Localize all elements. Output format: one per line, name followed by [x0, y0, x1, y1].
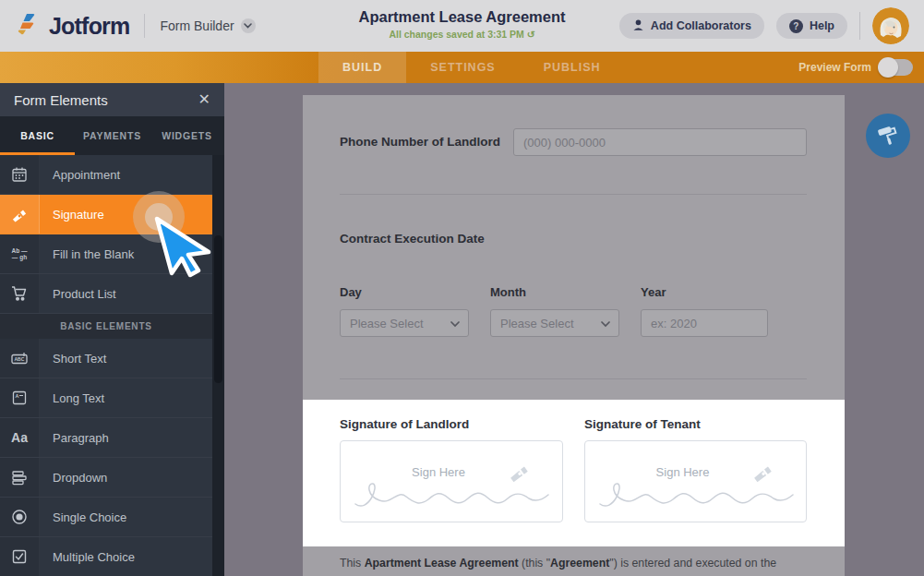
svg-text:A: A	[16, 393, 19, 399]
cart-icon	[0, 274, 40, 313]
header-divider	[144, 14, 145, 38]
signature-tenant-label: Signature of Tenant	[584, 417, 701, 431]
element-paragraph[interactable]: Aa Paragraph	[0, 418, 212, 458]
header-divider-2	[859, 12, 860, 40]
builder-canvas: Phone Number of Landlord Contract Execut…	[0, 83, 924, 576]
dropdown-icon	[0, 458, 40, 497]
tab-widgets[interactable]: WIDGETS	[150, 116, 224, 155]
form-preview-card: Phone Number of Landlord Contract Execut…	[303, 95, 845, 576]
basic-elements-section-header: BASIC ELEMENTS	[0, 314, 212, 339]
select-chevron-icon	[601, 321, 610, 328]
long-text-icon: A	[0, 378, 40, 417]
fill-blank-icon: Ab —— gh	[0, 234, 40, 273]
jotform-logo[interactable]: Jotform	[15, 11, 129, 41]
element-long-text[interactable]: A Long Text	[0, 378, 212, 418]
phone-question-label: Phone Number of Landlord	[340, 135, 500, 149]
select-chevron-icon	[450, 321, 460, 328]
question-divider-2	[340, 378, 807, 379]
jotform-logo-text: Jotform	[49, 13, 129, 40]
product-label: Form Builder	[160, 18, 234, 33]
question-mark-icon: ?	[789, 19, 803, 33]
tab-publish[interactable]: PUBLISH	[520, 52, 625, 83]
chevron-down-icon	[241, 18, 256, 33]
autosave-revert-icon: ↺	[527, 29, 535, 40]
builder-navbar: BUILD SETTINGS PUBLISH Preview Form	[0, 52, 924, 83]
signature-squiggle	[350, 474, 553, 513]
tab-build[interactable]: BUILD	[318, 52, 406, 83]
day-select[interactable]: Please Select	[340, 309, 469, 337]
panel-title: Form Elements	[14, 92, 108, 108]
form-elements-panel: Form Elements ✕ BASIC PAYMENTS WIDGETS A…	[0, 83, 224, 576]
day-label: Day	[340, 285, 362, 299]
element-multiple-choice[interactable]: Multiple Choice	[0, 537, 212, 576]
signature-pad-landlord[interactable]: Sign Here	[340, 440, 563, 522]
preview-form-label: Preview Form	[798, 61, 871, 74]
month-label: Month	[490, 285, 526, 299]
add-collaborators-button[interactable]: Add Collaborators	[619, 13, 764, 39]
form-title[interactable]: Apartment Lease Agreement	[358, 8, 565, 26]
paragraph-icon: Aa	[0, 418, 40, 457]
signature-pen-icon	[0, 195, 40, 234]
contract-date-label: Contract Execution Date	[340, 232, 485, 246]
toggle-knob	[878, 57, 898, 78]
person-icon	[632, 18, 644, 34]
radio-icon	[0, 498, 40, 536]
month-select[interactable]: Please Select	[490, 309, 619, 337]
paint-roller-icon	[876, 123, 900, 150]
agreement-paragraph: This Apartment Lease Agreement (this "Ag…	[340, 557, 801, 570]
help-button[interactable]: ? Help	[776, 13, 847, 39]
checkbox-icon	[0, 537, 40, 576]
tab-settings[interactable]: SETTINGS	[406, 52, 520, 83]
question-divider	[340, 194, 807, 195]
element-dropdown[interactable]: Dropdown	[0, 458, 212, 498]
element-single-choice[interactable]: Single Choice	[0, 498, 212, 537]
close-icon[interactable]: ✕	[198, 92, 210, 107]
tab-payments[interactable]: PAYMENTS	[75, 116, 150, 155]
element-appointment[interactable]: Appointment	[0, 155, 212, 195]
signature-squiggle	[594, 474, 798, 513]
tab-basic[interactable]: BASIC	[0, 116, 75, 155]
phone-input[interactable]	[513, 128, 807, 156]
autosave-status: All changes saved at 3:31 PM ↺	[358, 29, 565, 40]
svg-text:ABC: ABC	[15, 356, 25, 362]
calendar-icon	[0, 155, 40, 194]
element-short-text[interactable]: ABC Short Text	[0, 339, 212, 378]
signature-pad-tenant[interactable]: Sign Here	[584, 440, 807, 522]
year-label: Year	[641, 285, 666, 299]
signature-landlord-label: Signature of Landlord	[340, 417, 469, 431]
short-text-icon: ABC	[0, 339, 40, 378]
mouse-cursor	[154, 216, 219, 284]
year-input[interactable]	[641, 309, 768, 337]
user-avatar[interactable]	[872, 7, 909, 44]
preview-form-toggle[interactable]	[880, 59, 913, 76]
app-header: Jotform Form Builder Apartment Lease Agr…	[0, 0, 924, 52]
signature-row-highlight: Signature of Landlord Signature of Tenan…	[303, 400, 845, 546]
product-switcher[interactable]: Form Builder	[160, 18, 255, 33]
jotform-logo-icon	[15, 11, 41, 41]
form-designer-button[interactable]	[866, 114, 910, 158]
